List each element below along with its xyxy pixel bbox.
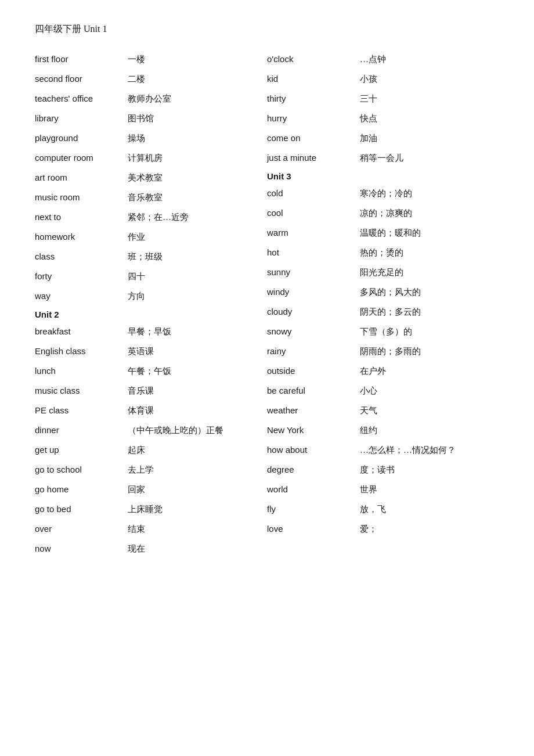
vocab-item: computer room计算机房 xyxy=(35,148,267,168)
vocab-item: warm温暖的；暖和的 xyxy=(267,223,499,243)
vocab-item: over结束 xyxy=(35,519,267,539)
vocab-english: just a minute xyxy=(267,151,360,165)
vocab-english: go to school xyxy=(35,463,128,477)
vocab-item: English class英语课 xyxy=(35,341,267,361)
vocab-chinese: 纽约 xyxy=(360,423,377,437)
vocab-chinese: 英语课 xyxy=(128,344,154,358)
vocab-item: PE class体育课 xyxy=(35,401,267,420)
vocab-chinese: 三十 xyxy=(360,92,377,106)
vocab-english: second floor xyxy=(35,72,128,86)
vocab-item: be careful小心 xyxy=(267,381,499,401)
vocab-chinese: 方向 xyxy=(128,289,145,303)
vocab-english: love xyxy=(267,522,360,536)
vocab-chinese: 温暖的；暖和的 xyxy=(360,226,421,240)
vocab-item: music class音乐课 xyxy=(35,381,267,401)
vocab-item: next to紧邻；在…近旁 xyxy=(35,207,267,227)
vocab-english: now xyxy=(35,542,128,556)
vocab-chinese: 多风的；风大的 xyxy=(360,285,421,299)
vocab-english: breakfast xyxy=(35,325,128,339)
vocab-english: hurry xyxy=(267,111,360,125)
vocab-chinese: 加油 xyxy=(360,131,377,145)
vocab-english: over xyxy=(35,522,128,536)
vocab-item: class班；班级 xyxy=(35,247,267,267)
vocab-english: warm xyxy=(267,226,360,240)
vocab-chinese: 快点 xyxy=(360,111,377,125)
vocab-english: computer room xyxy=(35,151,128,165)
vocab-english: windy xyxy=(267,285,360,299)
vocab-chinese: 班；班级 xyxy=(128,250,163,264)
vocab-item: kid小孩 xyxy=(267,69,499,89)
vocab-chinese: 教师办公室 xyxy=(128,92,171,106)
vocab-item: breakfast早餐；早饭 xyxy=(35,322,267,341)
vocab-item: o'clock…点钟 xyxy=(267,49,499,69)
vocab-chinese: （中午或晚上吃的）正餐 xyxy=(128,423,223,437)
vocab-chinese: 放，飞 xyxy=(360,502,386,516)
vocab-chinese: 二楼 xyxy=(128,72,145,86)
vocab-chinese: 度；读书 xyxy=(360,463,395,477)
section-header: Unit 3 xyxy=(267,168,499,183)
vocab-english: world xyxy=(267,483,360,496)
vocab-chinese: 凉的；凉爽的 xyxy=(360,206,412,220)
vocab-english: degree xyxy=(267,463,360,477)
vocab-item: fly放，飞 xyxy=(267,499,499,519)
vocab-item: love爱； xyxy=(267,519,499,539)
vocab-chinese: …点钟 xyxy=(360,52,386,66)
vocab-english: music class xyxy=(35,384,128,398)
vocab-english: PE class xyxy=(35,404,128,417)
vocab-english: sunny xyxy=(267,265,360,279)
vocab-english: next to xyxy=(35,210,128,224)
vocab-english: go to bed xyxy=(35,502,128,516)
vocab-english: homework xyxy=(35,230,128,244)
vocab-english: class xyxy=(35,250,128,264)
vocab-english: music room xyxy=(35,190,128,204)
vocab-english: forty xyxy=(35,269,128,283)
vocab-chinese: 午餐；午饭 xyxy=(128,364,171,378)
vocab-item: windy多风的；风大的 xyxy=(267,282,499,302)
vocab-english: cold xyxy=(267,186,360,200)
vocab-chinese: 小孩 xyxy=(360,72,377,86)
vocab-item: degree度；读书 xyxy=(267,460,499,480)
vocab-item: first floor一楼 xyxy=(35,49,267,69)
vocab-item: hurry快点 xyxy=(267,109,499,128)
vocab-item: way方向 xyxy=(35,286,267,306)
vocab-english: cool xyxy=(267,206,360,220)
vocab-item: teachers' office教师办公室 xyxy=(35,89,267,109)
vocab-item: go to school去上学 xyxy=(35,460,267,480)
vocab-item: playground操场 xyxy=(35,128,267,148)
vocab-item: cold寒冷的；冷的 xyxy=(267,183,499,203)
vocab-chinese: 紧邻；在…近旁 xyxy=(128,210,189,224)
vocab-item: weather天气 xyxy=(267,401,499,420)
vocab-item: get up起床 xyxy=(35,440,267,460)
vocab-english: fly xyxy=(267,502,360,516)
vocab-english: go home xyxy=(35,483,128,496)
vocab-item: cool凉的；凉爽的 xyxy=(267,203,499,223)
vocab-english: English class xyxy=(35,344,128,358)
vocab-english: teachers' office xyxy=(35,92,128,106)
vocab-item: hot热的；烫的 xyxy=(267,243,499,262)
vocab-english: playground xyxy=(35,131,128,145)
vocab-item: go to bed上床睡觉 xyxy=(35,499,267,519)
vocab-chinese: 世界 xyxy=(360,483,377,496)
vocab-item: now现在 xyxy=(35,539,267,559)
vocab-english: come on xyxy=(267,131,360,145)
vocab-item: forty四十 xyxy=(35,267,267,286)
vocab-chinese: 美术教室 xyxy=(128,171,163,185)
vocab-chinese: 现在 xyxy=(128,542,145,556)
vocab-english: thirty xyxy=(267,92,360,106)
vocab-chinese: 音乐教室 xyxy=(128,190,163,204)
vocab-chinese: 热的；烫的 xyxy=(360,246,403,260)
vocab-chinese: 音乐课 xyxy=(128,384,154,398)
vocab-chinese: 天气 xyxy=(360,404,377,417)
vocab-english: weather xyxy=(267,404,360,417)
vocab-item: music room音乐教室 xyxy=(35,188,267,207)
vocab-chinese: 在户外 xyxy=(360,364,386,378)
vocab-chinese: 计算机房 xyxy=(128,151,163,165)
vocab-chinese: 回家 xyxy=(128,483,145,496)
vocab-chinese: 体育课 xyxy=(128,404,154,417)
vocab-english: kid xyxy=(267,72,360,86)
vocab-chinese: 去上学 xyxy=(128,463,154,477)
vocab-chinese: 作业 xyxy=(128,230,145,244)
vocab-english: get up xyxy=(35,443,128,457)
vocab-chinese: 小心 xyxy=(360,384,377,398)
vocab-english: hot xyxy=(267,246,360,260)
